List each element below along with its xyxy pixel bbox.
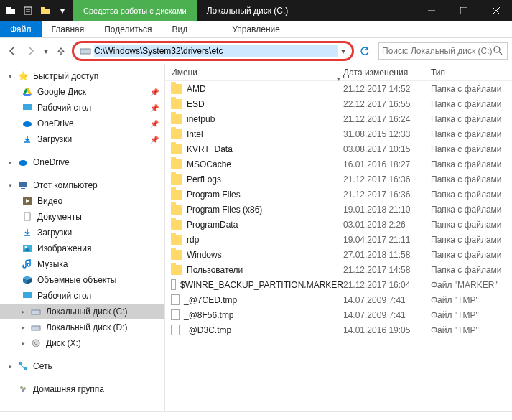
search-input[interactable] [382, 46, 493, 56]
svg-rect-2 [24, 7, 32, 14]
svg-rect-41 [19, 362, 22, 365]
file-row[interactable]: $WINRE_BACKUP_PARTITION.MARKER21.12.2017… [165, 277, 512, 292]
address-dropdown-icon[interactable]: ▾ [338, 46, 349, 56]
column-header-type[interactable]: Тип [431, 67, 512, 78]
file-row[interactable]: KVRT_Data03.08.2017 10:15Папка с файлами [165, 141, 512, 157]
sidebar-label: Документы [37, 212, 159, 222]
contextual-tab-drive-tools[interactable]: Средства работы с дисками [73, 0, 197, 21]
sidebar-images[interactable]: Изображения [0, 241, 164, 256]
ribbon-tab-file[interactable]: Файл [0, 21, 42, 37]
sidebar-google-drive[interactable]: Google Диск📌 [0, 84, 164, 100]
file-date: 21.12.2017 16:36 [343, 174, 431, 185]
file-date: 21.12.2017 14:58 [343, 265, 431, 275]
up-button[interactable] [53, 43, 69, 59]
new-folder-icon[interactable] [40, 6, 50, 16]
sidebar-network[interactable]: ▸Сеть [0, 358, 164, 374]
file-date: 31.08.2015 12:33 [343, 129, 431, 139]
svg-rect-23 [19, 182, 27, 187]
recent-locations-button[interactable]: ▾ [42, 43, 50, 59]
file-date: 21.12.2017 16:36 [343, 190, 431, 200]
file-type: Папка с файлами [431, 205, 512, 215]
sidebar-label: OneDrive [33, 157, 159, 167]
maximize-button[interactable] [447, 0, 480, 21]
sidebar-desktop[interactable]: Рабочий стол📌 [0, 100, 164, 116]
file-row[interactable]: MSOCache16.01.2016 18:27Папка с файлами [165, 157, 512, 172]
sidebar-desktop2[interactable]: Рабочий стол [0, 288, 164, 304]
sidebar-3d-objects[interactable]: Объемные объекты [0, 272, 164, 288]
file-row[interactable]: _@8F56.tmp14.07.2009 7:41Файл "TMP" [165, 307, 512, 322]
close-button[interactable] [480, 0, 512, 21]
file-row[interactable]: Intel31.08.2015 12:33Папка с файлами [165, 126, 512, 141]
file-row[interactable]: Пользователи21.12.2017 14:58Папка с файл… [165, 262, 512, 277]
search-icon[interactable] [493, 45, 504, 57]
properties-icon[interactable] [23, 6, 33, 16]
forward-button[interactable] [23, 43, 39, 59]
svg-rect-11 [80, 49, 90, 54]
file-type: Файл "MARKER" [431, 280, 512, 290]
address-bar[interactable]: ▾ [72, 41, 354, 61]
file-type: Папка с файлами [431, 220, 512, 230]
file-row[interactable]: AMD21.12.2017 14:52Папка с файлами [165, 81, 512, 96]
svg-rect-27 [24, 213, 30, 220]
file-rows: AMD21.12.2017 14:52Папка с файламиESD22.… [165, 81, 512, 411]
sidebar-disk-x[interactable]: ▸Диск (X:) [0, 335, 164, 351]
svg-rect-19 [26, 111, 29, 111]
sidebar-downloads2[interactable]: Загрузки [0, 225, 164, 241]
column-header-name[interactable]: Имени [171, 67, 343, 78]
back-button[interactable] [4, 43, 20, 59]
documents-icon [22, 211, 33, 223]
ribbon-tab-manage[interactable]: Управление [222, 21, 290, 37]
desktop-icon [22, 290, 33, 302]
file-row[interactable]: _@7CED.tmp14.07.2009 7:41Файл "TMP" [165, 292, 512, 307]
file-date: 19.04.2017 21:11 [343, 235, 431, 245]
sidebar-label: Быстрый доступ [33, 71, 159, 81]
svg-line-43 [20, 365, 25, 368]
svg-rect-8 [460, 7, 467, 14]
svg-rect-38 [32, 326, 40, 330]
pin-icon: 📌 [150, 88, 159, 96]
download-icon [22, 227, 33, 238]
sidebar-onedrive[interactable]: OneDrive📌 [0, 116, 164, 131]
sidebar-onedrive-root[interactable]: ▸OneDrive [0, 154, 164, 170]
sidebar-downloads[interactable]: Загрузки📌 [0, 131, 164, 147]
sidebar-quick-access[interactable]: ▾⭐Быстрый доступ [0, 68, 164, 84]
file-row[interactable]: rdp19.04.2017 21:11Папка с файлами [165, 232, 512, 247]
ribbon-tab-home[interactable]: Главная [42, 21, 95, 37]
sidebar-disk-d[interactable]: ▸Локальный диск (D:) [0, 319, 164, 335]
explorer-icon[interactable] [6, 6, 16, 16]
sidebar-documents[interactable]: Документы [0, 209, 164, 225]
file-type: Папка с файлами [431, 265, 512, 275]
refresh-button[interactable] [357, 43, 373, 59]
sidebar-video[interactable]: Видео [0, 193, 164, 209]
search-box[interactable] [378, 42, 508, 60]
file-type: Файл "TMP" [431, 295, 512, 305]
ribbon-tab-share[interactable]: Поделиться [94, 21, 162, 37]
sidebar-disk-c[interactable]: ▸Локальный диск (C:) [0, 304, 164, 319]
file-row[interactable]: Windows27.01.2018 11:58Папка с файлами [165, 247, 512, 262]
sidebar-music[interactable]: Музыка [0, 256, 164, 272]
file-name: _@D3C.tmp [184, 325, 231, 335]
minimize-button[interactable] [415, 0, 447, 21]
sidebar-label: Локальный диск (D:) [46, 322, 159, 332]
gdrive-icon [22, 86, 33, 98]
file-row[interactable]: Program Files21.12.2017 16:36Папка с фай… [165, 187, 512, 202]
svg-rect-5 [41, 9, 50, 14]
file-row[interactable]: ProgramData03.01.2018 2:26Папка с файлам… [165, 217, 512, 232]
file-row[interactable]: PerfLogs21.12.2017 16:36Папка с файлами [165, 172, 512, 187]
sidebar-label: Google Диск [37, 87, 147, 97]
file-icon [171, 279, 176, 290]
file-type: Папка с файлами [431, 250, 512, 260]
column-header-date[interactable]: Дата изменения [343, 67, 431, 78]
qat-dropdown-icon[interactable]: ▾ [57, 6, 68, 16]
sidebar-homegroup[interactable]: Домашняя группа [0, 381, 164, 397]
sidebar-this-pc[interactable]: ▾Этот компьютер [0, 177, 164, 193]
folder-icon [171, 159, 182, 169]
window-title: Локальный диск (C:) [197, 0, 299, 21]
address-input[interactable] [94, 45, 338, 57]
file-row[interactable]: inetpub21.12.2017 16:24Папка с файлами [165, 111, 512, 126]
ribbon-tab-view[interactable]: Вид [162, 21, 197, 37]
sidebar-label: Музыка [37, 259, 159, 269]
file-row[interactable]: _@D3C.tmp14.01.2016 19:05Файл "TMP" [165, 322, 512, 337]
file-row[interactable]: ESD22.12.2017 16:55Папка с файлами [165, 96, 512, 111]
file-row[interactable]: Program Files (x86)19.01.2018 21:10Папка… [165, 202, 512, 217]
